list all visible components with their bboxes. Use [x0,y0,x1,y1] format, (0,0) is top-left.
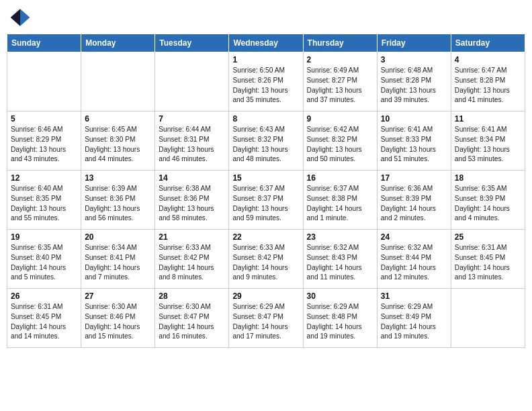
calendar-header-wednesday: Wednesday [229,34,303,52]
calendar-cell: 10Sunrise: 6:41 AMSunset: 8:33 PMDayligh… [377,111,451,171]
calendar-cell: 21Sunrise: 6:33 AMSunset: 8:42 PMDayligh… [155,230,229,289]
day-info: Sunrise: 6:39 AMSunset: 8:36 PMDaylight:… [85,184,151,224]
calendar-cell: 9Sunrise: 6:42 AMSunset: 8:32 PMDaylight… [303,111,377,171]
day-info: Sunrise: 6:37 AMSunset: 8:37 PMDaylight:… [232,184,299,224]
logo [9,7,34,28]
day-info: Sunrise: 6:36 AMSunset: 8:39 PMDaylight:… [381,184,447,224]
day-info: Sunrise: 6:47 AMSunset: 8:28 PMDaylight:… [455,66,521,105]
calendar-cell: 31Sunrise: 6:29 AMSunset: 8:49 PMDayligh… [377,289,451,348]
day-number: 24 [381,232,447,242]
day-info: Sunrise: 6:40 AMSunset: 8:35 PMDaylight:… [11,184,77,224]
day-number: 19 [11,232,77,242]
calendar-week-2: 5Sunrise: 6:46 AMSunset: 8:29 PMDaylight… [7,111,525,171]
calendar-cell: 1Sunrise: 6:50 AMSunset: 8:26 PMDaylight… [229,52,303,111]
calendar-cell: 3Sunrise: 6:48 AMSunset: 8:28 PMDaylight… [377,52,451,111]
calendar-cell: 12Sunrise: 6:40 AMSunset: 8:35 PMDayligh… [7,171,81,230]
calendar-cell: 26Sunrise: 6:31 AMSunset: 8:45 PMDayligh… [7,289,81,348]
day-info: Sunrise: 6:50 AMSunset: 8:26 PMDaylight:… [232,66,299,105]
day-number: 26 [11,291,77,301]
calendar-cell: 25Sunrise: 6:31 AMSunset: 8:45 PMDayligh… [451,230,525,289]
calendar-cell: 28Sunrise: 6:30 AMSunset: 8:47 PMDayligh… [155,289,229,348]
day-info: Sunrise: 6:33 AMSunset: 8:42 PMDaylight:… [232,243,299,283]
calendar-cell: 13Sunrise: 6:39 AMSunset: 8:36 PMDayligh… [81,171,155,230]
day-info: Sunrise: 6:45 AMSunset: 8:30 PMDaylight:… [85,125,151,165]
day-number: 11 [455,114,521,124]
day-number: 27 [85,291,151,301]
calendar-cell: 30Sunrise: 6:29 AMSunset: 8:48 PMDayligh… [303,289,377,348]
day-number: 14 [159,173,225,183]
day-info: Sunrise: 6:30 AMSunset: 8:46 PMDaylight:… [85,302,151,342]
day-info: Sunrise: 6:35 AMSunset: 8:39 PMDaylight:… [455,184,521,224]
day-number: 13 [85,173,151,183]
calendar-cell: 24Sunrise: 6:32 AMSunset: 8:44 PMDayligh… [377,230,451,289]
day-info: Sunrise: 6:48 AMSunset: 8:28 PMDaylight:… [381,66,447,105]
calendar-cell: 18Sunrise: 6:35 AMSunset: 8:39 PMDayligh… [451,171,525,230]
calendar-week-1: 1Sunrise: 6:50 AMSunset: 8:26 PMDaylight… [7,52,525,111]
day-info: Sunrise: 6:29 AMSunset: 8:48 PMDaylight:… [307,302,373,342]
day-number: 22 [232,232,299,242]
calendar-cell: 8Sunrise: 6:43 AMSunset: 8:32 PMDaylight… [229,111,303,171]
day-info: Sunrise: 6:34 AMSunset: 8:41 PMDaylight:… [85,243,151,283]
page-header [7,7,525,28]
calendar-header-monday: Monday [81,34,155,52]
calendar-cell: 15Sunrise: 6:37 AMSunset: 8:37 PMDayligh… [229,171,303,230]
calendar-week-4: 19Sunrise: 6:35 AMSunset: 8:40 PMDayligh… [7,230,525,289]
day-info: Sunrise: 6:38 AMSunset: 8:36 PMDaylight:… [159,184,225,224]
day-info: Sunrise: 6:44 AMSunset: 8:31 PMDaylight:… [159,125,225,165]
day-number: 20 [85,232,151,242]
calendar-cell: 14Sunrise: 6:38 AMSunset: 8:36 PMDayligh… [155,171,229,230]
day-info: Sunrise: 6:41 AMSunset: 8:33 PMDaylight:… [381,125,447,165]
calendar-header-tuesday: Tuesday [155,34,229,52]
calendar-header-sunday: Sunday [7,34,81,52]
day-info: Sunrise: 6:30 AMSunset: 8:47 PMDaylight:… [159,302,225,342]
day-info: Sunrise: 6:43 AMSunset: 8:32 PMDaylight:… [232,125,299,165]
day-number: 15 [232,173,299,183]
day-info: Sunrise: 6:42 AMSunset: 8:32 PMDaylight:… [307,125,373,165]
day-info: Sunrise: 6:35 AMSunset: 8:40 PMDaylight:… [11,243,77,283]
day-number: 31 [381,291,447,301]
calendar-cell: 7Sunrise: 6:44 AMSunset: 8:31 PMDaylight… [155,111,229,171]
day-number: 4 [455,55,521,64]
day-number: 12 [11,173,77,183]
calendar-cell: 17Sunrise: 6:36 AMSunset: 8:39 PMDayligh… [377,171,451,230]
day-info: Sunrise: 6:49 AMSunset: 8:27 PMDaylight:… [307,66,373,105]
calendar-header-saturday: Saturday [451,34,525,52]
logo-icon [9,7,31,28]
calendar-cell: 19Sunrise: 6:35 AMSunset: 8:40 PMDayligh… [7,230,81,289]
day-info: Sunrise: 6:37 AMSunset: 8:38 PMDaylight:… [307,184,373,224]
calendar-cell: 6Sunrise: 6:45 AMSunset: 8:30 PMDaylight… [81,111,155,171]
calendar-cell [7,52,81,111]
calendar-cell: 29Sunrise: 6:29 AMSunset: 8:47 PMDayligh… [229,289,303,348]
day-number: 18 [455,173,521,183]
calendar-header-friday: Friday [377,34,451,52]
calendar-cell [81,52,155,111]
day-info: Sunrise: 6:32 AMSunset: 8:44 PMDaylight:… [381,243,447,283]
day-number: 10 [381,114,447,124]
calendar-cell [155,52,229,111]
day-info: Sunrise: 6:46 AMSunset: 8:29 PMDaylight:… [11,125,77,165]
day-number: 23 [307,232,373,242]
calendar-week-5: 26Sunrise: 6:31 AMSunset: 8:45 PMDayligh… [7,289,525,348]
calendar-cell: 23Sunrise: 6:32 AMSunset: 8:43 PMDayligh… [303,230,377,289]
calendar-cell: 16Sunrise: 6:37 AMSunset: 8:38 PMDayligh… [303,171,377,230]
calendar-cell: 11Sunrise: 6:41 AMSunset: 8:34 PMDayligh… [451,111,525,171]
day-number: 30 [307,291,373,301]
day-number: 7 [159,114,225,124]
day-info: Sunrise: 6:29 AMSunset: 8:49 PMDaylight:… [381,302,447,342]
day-number: 21 [159,232,225,242]
day-info: Sunrise: 6:41 AMSunset: 8:34 PMDaylight:… [455,125,521,165]
day-number: 9 [307,114,373,124]
day-number: 17 [381,173,447,183]
calendar-header-thursday: Thursday [303,34,377,52]
calendar-cell: 4Sunrise: 6:47 AMSunset: 8:28 PMDaylight… [451,52,525,111]
calendar-cell: 2Sunrise: 6:49 AMSunset: 8:27 PMDaylight… [303,52,377,111]
calendar-cell: 5Sunrise: 6:46 AMSunset: 8:29 PMDaylight… [7,111,81,171]
day-info: Sunrise: 6:31 AMSunset: 8:45 PMDaylight:… [11,302,77,342]
calendar-cell: 22Sunrise: 6:33 AMSunset: 8:42 PMDayligh… [229,230,303,289]
day-number: 6 [85,114,151,124]
day-info: Sunrise: 6:31 AMSunset: 8:45 PMDaylight:… [455,243,521,283]
day-number: 28 [159,291,225,301]
day-number: 16 [307,173,373,183]
day-info: Sunrise: 6:33 AMSunset: 8:42 PMDaylight:… [159,243,225,283]
calendar-cell: 20Sunrise: 6:34 AMSunset: 8:41 PMDayligh… [81,230,155,289]
